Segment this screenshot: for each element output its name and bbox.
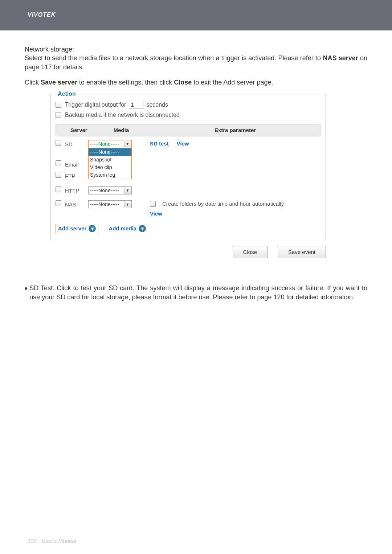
- action-fieldset: Action Trigger digital output for 1 seco…: [50, 94, 326, 240]
- sd-view-link[interactable]: View: [177, 140, 189, 147]
- option-systemlog[interactable]: System log: [89, 171, 131, 179]
- chevron-down-icon: ▼: [124, 141, 131, 147]
- nas-create-folders-checkbox[interactable]: [150, 201, 156, 207]
- click-instruction: Click Save server to enable the settings…: [25, 78, 367, 87]
- nas-view-link[interactable]: View: [150, 210, 320, 217]
- plus-icon: ▾: [89, 225, 96, 232]
- http-media-value: -----None-----: [90, 187, 119, 194]
- server-row-http: HTTP -----None----- ▼: [56, 186, 320, 194]
- add-media-button[interactable]: Add media ▾: [106, 224, 148, 233]
- page-header: VIVOTEK: [0, 0, 392, 30]
- http-media-select[interactable]: -----None----- ▼: [88, 186, 132, 194]
- page-content: Network storage: Select to send the medi…: [0, 30, 392, 301]
- nas-checkbox[interactable]: [56, 200, 61, 206]
- sd-media-value: -----None-----: [90, 141, 119, 148]
- bullet-icon: ■: [25, 284, 27, 301]
- intro-line1: Select to send the media files to a netw…: [25, 54, 323, 62]
- plus-icon: ▾: [139, 225, 146, 232]
- add-server-label: Add server: [58, 225, 86, 232]
- ftp-label: FTP: [65, 172, 88, 180]
- option-videoclip[interactable]: Video clip: [89, 164, 131, 171]
- trigger-output-checkbox[interactable]: [56, 102, 61, 108]
- trigger-seconds-input[interactable]: 1: [129, 101, 143, 109]
- page-footer: 104 - User's Manual: [28, 538, 76, 544]
- trigger-output-row: Trigger digital output for 1 seconds: [56, 101, 320, 109]
- sd-checkbox[interactable]: [56, 140, 61, 146]
- add-media-label: Add media: [109, 225, 136, 232]
- network-storage-title: Network storage: [25, 46, 72, 53]
- save-event-button[interactable]: Save event: [278, 246, 326, 258]
- email-label: Email: [65, 160, 88, 168]
- server-row-nas: NAS -----None----- ▼ Create folders by d…: [56, 200, 320, 217]
- nas-create-folders-row: Create folders by date time and hour aut…: [150, 200, 320, 208]
- sd-test-text: SD Test: Click to test your SD card. The…: [29, 284, 367, 301]
- brand-label: VIVOTEK: [28, 12, 56, 18]
- sd-test-paragraph: ■ SD Test: Click to test your SD card. T…: [25, 284, 367, 301]
- header-media: Media: [92, 124, 150, 136]
- nas-media-select[interactable]: -----None----- ▼: [88, 200, 132, 208]
- network-storage-paragraph: Network storage: Select to send the medi…: [25, 45, 367, 71]
- email-checkbox[interactable]: [56, 160, 61, 166]
- nas-media-value: -----None-----: [90, 201, 119, 208]
- save-server-bold: Save server: [41, 79, 77, 86]
- option-snapshot[interactable]: Snapshot: [89, 156, 131, 164]
- backup-media-row: Backup media if the network is disconnec…: [56, 111, 320, 119]
- nas-create-folders-label: Create folders by date time and hour aut…: [162, 200, 284, 208]
- chevron-down-icon: ▼: [124, 187, 131, 194]
- chevron-down-icon: ▼: [124, 201, 131, 208]
- close-button[interactable]: Close: [233, 246, 268, 258]
- sd-media-dropdown[interactable]: -----None----- Snapshot Video clip Syste…: [88, 148, 132, 179]
- backup-media-checkbox[interactable]: [56, 112, 61, 118]
- ftp-checkbox[interactable]: [56, 172, 61, 178]
- header-server: Server: [56, 124, 92, 136]
- colon: :: [72, 46, 74, 53]
- option-none[interactable]: -----None-----: [89, 148, 131, 156]
- click-post: to exit the Add server page.: [192, 79, 273, 86]
- action-table-header: Server Media Extra parameter: [56, 124, 320, 136]
- trigger-label-post: seconds: [146, 101, 168, 109]
- backup-media-label: Backup media if the network is disconnec…: [65, 111, 180, 119]
- sd-label: SD: [65, 140, 88, 148]
- add-row: Add server ▾ Add media ▾: [56, 224, 320, 233]
- close-bold: Close: [174, 79, 192, 86]
- trigger-label-pre: Trigger digital output for: [65, 101, 126, 109]
- nas-label: NAS: [65, 200, 88, 208]
- dialog-button-row: Close Save event: [50, 246, 326, 258]
- header-extra: Extra parameter: [150, 124, 320, 136]
- click-mid: to enable the settings, then click: [77, 79, 174, 86]
- action-legend: Action: [56, 90, 78, 98]
- add-server-button[interactable]: Add server ▾: [56, 224, 98, 233]
- sd-test-link[interactable]: SD test: [150, 140, 169, 147]
- http-label: HTTP: [65, 186, 88, 194]
- sd-media-select[interactable]: -----None----- ▼: [88, 140, 132, 148]
- nas-server-bold: NAS server: [323, 54, 358, 62]
- http-checkbox[interactable]: [56, 186, 61, 192]
- click-pre: Click: [25, 79, 41, 86]
- header-divider: [0, 30, 392, 33]
